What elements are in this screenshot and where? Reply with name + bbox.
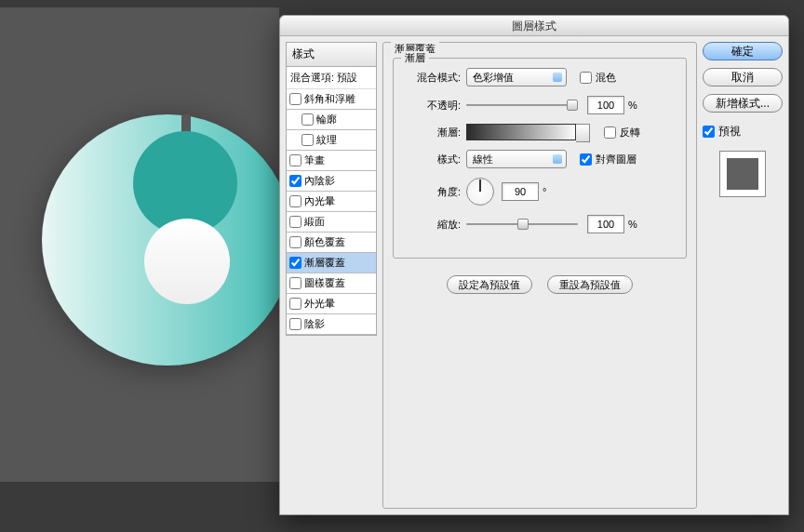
- canvas-artwork: [42, 114, 293, 366]
- style-label: 陰影: [304, 317, 325, 331]
- angle-unit: °: [543, 186, 546, 197]
- blend-mode-select[interactable]: 色彩增值: [466, 68, 567, 86]
- reverse-checkbox[interactable]: 反轉: [604, 126, 640, 140]
- angle-value[interactable]: 90: [502, 182, 539, 201]
- style-row[interactable]: 緞面: [287, 212, 376, 233]
- style-row[interactable]: 顏色覆蓋: [287, 233, 376, 253]
- scale-value[interactable]: 100: [587, 215, 624, 233]
- style-row[interactable]: 圖樣覆蓋: [287, 273, 376, 294]
- opacity-value[interactable]: 100: [587, 96, 624, 114]
- style-checkbox[interactable]: [289, 318, 302, 330]
- style-checkbox[interactable]: [289, 154, 302, 166]
- scale-slider[interactable]: [466, 217, 578, 232]
- opacity-unit: %: [628, 100, 637, 111]
- style-label: 輪廓: [316, 113, 337, 126]
- opacity-label: 不透明:: [403, 99, 461, 113]
- style-label: 紋理: [316, 133, 337, 147]
- style-checkbox[interactable]: [289, 236, 302, 248]
- angle-dial[interactable]: [466, 178, 494, 206]
- style-row[interactable]: 筆畫: [287, 151, 376, 171]
- styles-list: 樣式 混合選項: 預設 斜角和浮雕輪廓紋理筆畫內陰影內光暈緞面顏色覆蓋漸層覆蓋圖…: [286, 42, 377, 336]
- style-label: 筆畫: [304, 153, 325, 167]
- style-label: 顏色覆蓋: [304, 235, 345, 249]
- style-label: 樣式:: [403, 153, 461, 166]
- reset-default-button[interactable]: 重設為預設值: [547, 275, 633, 294]
- canvas-background: [0, 7, 279, 482]
- style-checkbox[interactable]: [302, 134, 314, 146]
- angle-label: 角度:: [403, 185, 461, 199]
- cancel-button[interactable]: 取消: [703, 68, 783, 86]
- dialog-title: 圖層樣式: [280, 16, 788, 36]
- style-checkbox[interactable]: [289, 175, 302, 187]
- style-label: 斜角和浮雕: [304, 92, 355, 106]
- action-column: 確定 取消 新增樣式... 預視: [703, 42, 783, 509]
- style-label: 外光暈: [304, 297, 335, 311]
- style-checkbox[interactable]: [289, 277, 302, 289]
- gradient-picker[interactable]: [466, 124, 576, 140]
- style-label: 緞面: [304, 215, 325, 229]
- style-row[interactable]: 輪廓: [287, 110, 376, 130]
- style-label: 漸層覆蓋: [304, 256, 345, 270]
- dither-checkbox[interactable]: 混色: [580, 71, 616, 85]
- make-default-button[interactable]: 設定為預設值: [447, 275, 532, 294]
- style-checkbox[interactable]: [289, 195, 302, 207]
- scale-label: 縮放:: [403, 218, 461, 232]
- style-label: 內光暈: [304, 194, 335, 208]
- gradient-fieldset-title: 漸層: [401, 51, 429, 65]
- blend-options-row[interactable]: 混合選項: 預設: [287, 67, 376, 89]
- style-row[interactable]: 紋理: [287, 130, 376, 151]
- gradient-style-select[interactable]: 線性: [466, 150, 567, 168]
- style-row[interactable]: 外光暈: [287, 294, 376, 314]
- styles-header[interactable]: 樣式: [287, 43, 376, 67]
- opacity-slider[interactable]: [466, 98, 578, 113]
- style-checkbox[interactable]: [289, 93, 302, 105]
- gradient-label: 漸層:: [403, 126, 461, 140]
- settings-panel: 漸層覆蓋 漸層 混合模式: 色彩增值 混色 不透明: 100 % 漸層:: [382, 42, 697, 509]
- style-checkbox[interactable]: [289, 257, 302, 269]
- style-checkbox[interactable]: [302, 113, 314, 126]
- style-row[interactable]: 陰影: [287, 314, 376, 335]
- layer-style-dialog: 圖層樣式 樣式 混合選項: 預設 斜角和浮雕輪廓紋理筆畫內陰影內光暈緞面顏色覆蓋…: [279, 15, 789, 515]
- style-checkbox[interactable]: [289, 298, 302, 310]
- preview-swatch: [719, 151, 766, 197]
- ok-button[interactable]: 確定: [703, 42, 783, 60]
- style-label: 圖樣覆蓋: [304, 276, 345, 290]
- style-checkbox[interactable]: [289, 216, 302, 228]
- preview-checkbox[interactable]: 預視: [703, 124, 783, 140]
- blend-mode-label: 混合模式:: [403, 71, 461, 85]
- style-label: 內陰影: [304, 174, 335, 188]
- style-row[interactable]: 漸層覆蓋: [287, 253, 376, 273]
- scale-unit: %: [628, 219, 637, 230]
- style-row[interactable]: 內光暈: [287, 192, 376, 212]
- style-row[interactable]: 內陰影: [287, 171, 376, 192]
- style-row[interactable]: 斜角和浮雕: [287, 89, 376, 110]
- styles-column: 樣式 混合選項: 預設 斜角和浮雕輪廓紋理筆畫內陰影內光暈緞面顏色覆蓋漸層覆蓋圖…: [286, 42, 377, 509]
- align-checkbox[interactable]: 對齊圖層: [580, 153, 636, 166]
- new-style-button[interactable]: 新增樣式...: [703, 94, 783, 113]
